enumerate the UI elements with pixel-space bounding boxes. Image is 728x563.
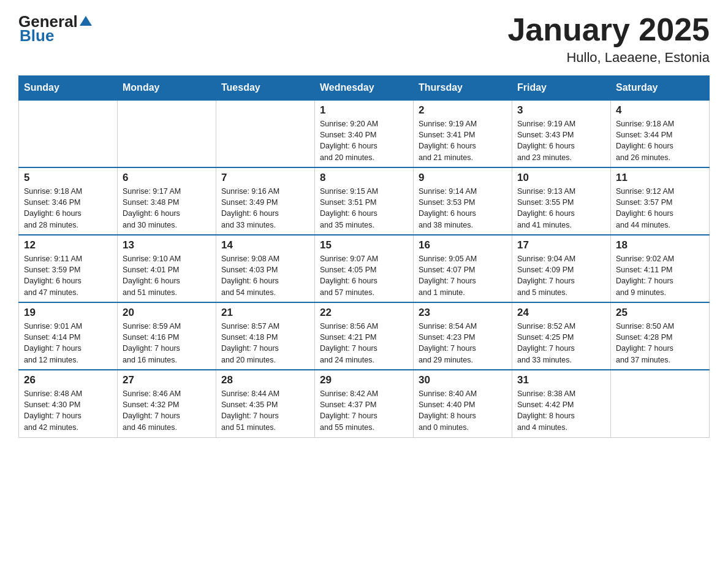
calendar-day-cell: 1Sunrise: 9:20 AM Sunset: 3:40 PM Daylig… xyxy=(315,100,414,167)
weekday-header-row: SundayMondayTuesdayWednesdayThursdayFrid… xyxy=(19,76,710,101)
calendar-week-row: 19Sunrise: 9:01 AM Sunset: 4:14 PM Dayli… xyxy=(19,302,710,370)
day-number: 11 xyxy=(616,172,704,184)
day-number: 31 xyxy=(517,374,605,386)
day-number: 14 xyxy=(221,239,309,251)
calendar-day-cell: 24Sunrise: 8:52 AM Sunset: 4:25 PM Dayli… xyxy=(512,302,611,370)
calendar-table: SundayMondayTuesdayWednesdayThursdayFrid… xyxy=(18,75,710,438)
calendar-day-cell xyxy=(19,100,118,167)
weekday-header-cell: Sunday xyxy=(19,76,118,101)
day-number: 12 xyxy=(24,239,112,251)
day-number: 7 xyxy=(221,172,309,184)
day-info: Sunrise: 9:19 AM Sunset: 3:43 PM Dayligh… xyxy=(517,118,605,163)
calendar-day-cell: 7Sunrise: 9:16 AM Sunset: 3:49 PM Daylig… xyxy=(216,167,315,235)
day-info: Sunrise: 8:44 AM Sunset: 4:35 PM Dayligh… xyxy=(221,388,309,433)
calendar-week-row: 12Sunrise: 9:11 AM Sunset: 3:59 PM Dayli… xyxy=(19,235,710,302)
day-info: Sunrise: 8:46 AM Sunset: 4:32 PM Dayligh… xyxy=(123,388,211,433)
day-info: Sunrise: 8:56 AM Sunset: 4:21 PM Dayligh… xyxy=(320,321,408,366)
calendar-day-cell: 15Sunrise: 9:07 AM Sunset: 4:05 PM Dayli… xyxy=(315,235,414,302)
day-info: Sunrise: 8:59 AM Sunset: 4:16 PM Dayligh… xyxy=(123,321,211,366)
day-info: Sunrise: 9:18 AM Sunset: 3:46 PM Dayligh… xyxy=(24,186,112,231)
day-number: 30 xyxy=(419,374,507,386)
title-block: January 2025 Hullo, Laeaene, Estonia xyxy=(507,12,710,66)
calendar-day-cell: 31Sunrise: 8:38 AM Sunset: 4:42 PM Dayli… xyxy=(512,370,611,437)
day-info: Sunrise: 8:52 AM Sunset: 4:25 PM Dayligh… xyxy=(517,321,605,366)
day-info: Sunrise: 8:48 AM Sunset: 4:30 PM Dayligh… xyxy=(24,388,112,433)
weekday-header-cell: Friday xyxy=(512,76,611,101)
day-info: Sunrise: 8:40 AM Sunset: 4:40 PM Dayligh… xyxy=(419,388,507,433)
day-number: 16 xyxy=(419,239,507,251)
page-header: General Blue January 2025 Hullo, Laeaene… xyxy=(18,12,710,66)
calendar-day-cell: 5Sunrise: 9:18 AM Sunset: 3:46 PM Daylig… xyxy=(19,167,118,235)
calendar-day-cell: 21Sunrise: 8:57 AM Sunset: 4:18 PM Dayli… xyxy=(216,302,315,370)
calendar-body: 1Sunrise: 9:20 AM Sunset: 3:40 PM Daylig… xyxy=(19,100,710,437)
day-number: 8 xyxy=(320,172,408,184)
day-info: Sunrise: 9:14 AM Sunset: 3:53 PM Dayligh… xyxy=(419,186,507,231)
day-info: Sunrise: 9:02 AM Sunset: 4:11 PM Dayligh… xyxy=(616,253,704,298)
calendar-week-row: 26Sunrise: 8:48 AM Sunset: 4:30 PM Dayli… xyxy=(19,370,710,437)
calendar-day-cell: 16Sunrise: 9:05 AM Sunset: 4:07 PM Dayli… xyxy=(414,235,512,302)
day-info: Sunrise: 9:04 AM Sunset: 4:09 PM Dayligh… xyxy=(517,253,605,298)
day-number: 27 xyxy=(123,374,211,386)
calendar-day-cell: 29Sunrise: 8:42 AM Sunset: 4:37 PM Dayli… xyxy=(315,370,414,437)
day-info: Sunrise: 8:42 AM Sunset: 4:37 PM Dayligh… xyxy=(320,388,408,433)
day-number: 20 xyxy=(123,307,211,319)
day-number: 13 xyxy=(123,239,211,251)
day-info: Sunrise: 9:15 AM Sunset: 3:51 PM Dayligh… xyxy=(320,186,408,231)
day-number: 1 xyxy=(320,104,408,117)
day-info: Sunrise: 9:19 AM Sunset: 3:41 PM Dayligh… xyxy=(419,118,507,163)
calendar-day-cell: 12Sunrise: 9:11 AM Sunset: 3:59 PM Dayli… xyxy=(19,235,118,302)
day-info: Sunrise: 8:57 AM Sunset: 4:18 PM Dayligh… xyxy=(221,321,309,366)
day-number: 3 xyxy=(517,104,605,117)
calendar-day-cell: 10Sunrise: 9:13 AM Sunset: 3:55 PM Dayli… xyxy=(512,167,611,235)
calendar-day-cell: 17Sunrise: 9:04 AM Sunset: 4:09 PM Dayli… xyxy=(512,235,611,302)
day-number: 4 xyxy=(616,104,704,117)
calendar-day-cell: 14Sunrise: 9:08 AM Sunset: 4:03 PM Dayli… xyxy=(216,235,315,302)
calendar-day-cell xyxy=(216,100,315,167)
location-title: Hullo, Laeaene, Estonia xyxy=(507,50,710,66)
day-info: Sunrise: 9:12 AM Sunset: 3:57 PM Dayligh… xyxy=(616,186,704,231)
day-number: 26 xyxy=(24,374,112,386)
day-info: Sunrise: 8:54 AM Sunset: 4:23 PM Dayligh… xyxy=(419,321,507,366)
month-title: January 2025 xyxy=(507,12,710,47)
weekday-header-cell: Thursday xyxy=(414,76,512,101)
calendar-day-cell: 22Sunrise: 8:56 AM Sunset: 4:21 PM Dayli… xyxy=(315,302,414,370)
day-number: 29 xyxy=(320,374,408,386)
svg-marker-0 xyxy=(80,16,92,26)
calendar-week-row: 5Sunrise: 9:18 AM Sunset: 3:46 PM Daylig… xyxy=(19,167,710,235)
calendar-day-cell: 18Sunrise: 9:02 AM Sunset: 4:11 PM Dayli… xyxy=(611,235,710,302)
day-number: 21 xyxy=(221,307,309,319)
calendar-day-cell: 3Sunrise: 9:19 AM Sunset: 3:43 PM Daylig… xyxy=(512,100,611,167)
logo-triangle-icon xyxy=(79,14,93,28)
calendar-day-cell: 20Sunrise: 8:59 AM Sunset: 4:16 PM Dayli… xyxy=(118,302,216,370)
day-number: 25 xyxy=(616,307,704,319)
day-info: Sunrise: 9:07 AM Sunset: 4:05 PM Dayligh… xyxy=(320,253,408,298)
day-number: 24 xyxy=(517,307,605,319)
day-number: 17 xyxy=(517,239,605,251)
day-info: Sunrise: 8:50 AM Sunset: 4:28 PM Dayligh… xyxy=(616,321,704,366)
day-info: Sunrise: 9:20 AM Sunset: 3:40 PM Dayligh… xyxy=(320,118,408,163)
day-info: Sunrise: 9:01 AM Sunset: 4:14 PM Dayligh… xyxy=(24,321,112,366)
calendar-day-cell: 6Sunrise: 9:17 AM Sunset: 3:48 PM Daylig… xyxy=(118,167,216,235)
calendar-day-cell: 13Sunrise: 9:10 AM Sunset: 4:01 PM Dayli… xyxy=(118,235,216,302)
day-number: 5 xyxy=(24,172,112,184)
day-number: 9 xyxy=(419,172,507,184)
calendar-day-cell: 27Sunrise: 8:46 AM Sunset: 4:32 PM Dayli… xyxy=(118,370,216,437)
calendar-day-cell: 8Sunrise: 9:15 AM Sunset: 3:51 PM Daylig… xyxy=(315,167,414,235)
weekday-header-cell: Tuesday xyxy=(216,76,315,101)
calendar-day-cell: 9Sunrise: 9:14 AM Sunset: 3:53 PM Daylig… xyxy=(414,167,512,235)
calendar-day-cell xyxy=(118,100,216,167)
day-info: Sunrise: 9:11 AM Sunset: 3:59 PM Dayligh… xyxy=(24,253,112,298)
day-number: 6 xyxy=(123,172,211,184)
day-number: 2 xyxy=(419,104,507,117)
day-info: Sunrise: 9:05 AM Sunset: 4:07 PM Dayligh… xyxy=(419,253,507,298)
day-number: 23 xyxy=(419,307,507,319)
day-number: 22 xyxy=(320,307,408,319)
calendar-day-cell: 28Sunrise: 8:44 AM Sunset: 4:35 PM Dayli… xyxy=(216,370,315,437)
calendar-header: SundayMondayTuesdayWednesdayThursdayFrid… xyxy=(19,76,710,101)
day-info: Sunrise: 9:08 AM Sunset: 4:03 PM Dayligh… xyxy=(221,253,309,298)
day-info: Sunrise: 8:38 AM Sunset: 4:42 PM Dayligh… xyxy=(517,388,605,433)
calendar-day-cell xyxy=(611,370,710,437)
weekday-header-cell: Monday xyxy=(118,76,216,101)
day-number: 28 xyxy=(221,374,309,386)
calendar-day-cell: 30Sunrise: 8:40 AM Sunset: 4:40 PM Dayli… xyxy=(414,370,512,437)
